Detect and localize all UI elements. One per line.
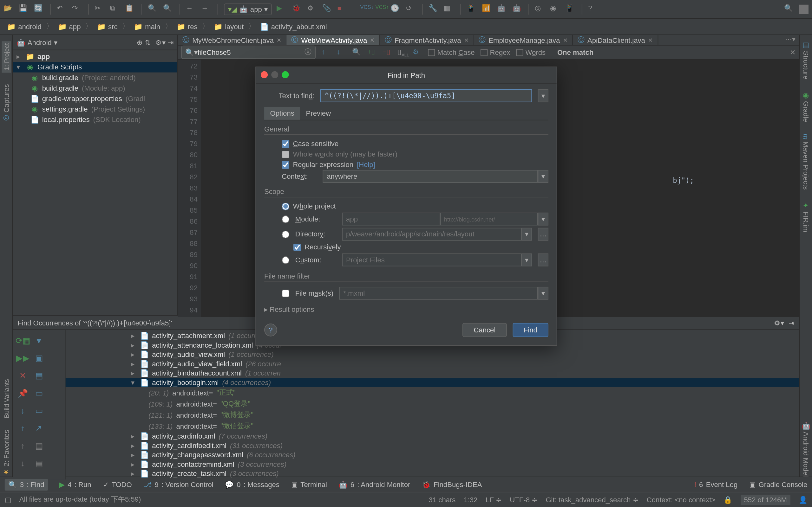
tw-messages[interactable]: 💬 0: Messages (225, 481, 279, 489)
tree-item[interactable]: ◉settings.gradle (Project Settings) (13, 104, 177, 114)
close-traffic-icon[interactable] (261, 71, 268, 78)
crumb[interactable]: 📁src (95, 21, 120, 32)
tab-captures[interactable]: ◎ Captures (2, 84, 10, 123)
editor-tab[interactable]: ⒸApiDataClient.java✕ (573, 35, 658, 45)
preview-icon[interactable]: ▤ (32, 455, 46, 471)
status-le[interactable]: LF ≑ (486, 496, 502, 504)
collapse-icon[interactable]: ↑ (15, 437, 30, 454)
editor-tab[interactable]: ⒸMyWebChromeClient.java✕ (177, 35, 287, 45)
group-icon[interactable]: ▣ (32, 350, 46, 366)
vcs-update-icon[interactable]: VCS↓ (360, 4, 370, 14)
tw-vcs[interactable]: ⎇ 9: Version Control (144, 481, 213, 489)
browse-icon[interactable]: … (538, 228, 548, 241)
next-icon[interactable]: ↓ (337, 48, 346, 57)
regex-help-link[interactable]: [Help] (357, 161, 375, 169)
pin-icon[interactable]: 📌 (15, 385, 30, 401)
undo-icon[interactable]: ↶ (57, 4, 67, 14)
editor-tab[interactable]: ⒸEmployeeManage.java✕ (474, 35, 573, 45)
help-icon[interactable]: ? (588, 4, 599, 14)
android-icon[interactable]: 🤖 (512, 4, 523, 14)
close-icon[interactable]: ✕ (464, 37, 469, 43)
clear-icon[interactable]: ⓧ (305, 47, 311, 57)
find-result-file[interactable]: ▾📄activity_bootlogin.xml (4 occurrences) (65, 378, 799, 387)
tw-findbugs[interactable]: 🐞 FindBugs-IDEA (422, 481, 482, 489)
paste-icon[interactable]: 📋 (125, 4, 136, 14)
tw-terminal[interactable]: ▣ Terminal (291, 481, 327, 489)
tree-item[interactable]: 📄local.properties (SDK Location) (13, 114, 177, 125)
tree-item[interactable]: 📄gradle-wrapper.properties (Gradl (13, 94, 177, 104)
tree-gradle-scripts[interactable]: ▾◉Gradle Scripts (13, 62, 177, 72)
tab-firim[interactable]: ✦ FIR.im (802, 201, 810, 232)
vcs-commit-icon[interactable]: VCS↑ (375, 4, 386, 14)
profile-icon[interactable]: ⚙ (307, 4, 317, 14)
search-field[interactable] (198, 48, 305, 56)
help-button[interactable]: ? (264, 324, 277, 337)
settings-icon[interactable]: 🔧 (428, 4, 439, 14)
lock-icon[interactable]: 🔒 (723, 496, 732, 504)
tw-run[interactable]: ▶ 4: Run (59, 481, 91, 489)
find-result-file[interactable]: ▸📄activity_contactremind.xml (3 occurren… (65, 460, 799, 469)
flat-icon[interactable]: ▤ (32, 367, 46, 384)
find-result-line[interactable]: (20: 1) android:text="正式" (65, 387, 799, 398)
text-to-find-input[interactable] (320, 89, 532, 102)
tab-gradle[interactable]: ◉ Gradle (802, 91, 810, 122)
sort-icon[interactable]: ▤ (32, 437, 46, 454)
gear-icon[interactable]: ⚙▾ (155, 38, 165, 47)
search-everywhere-icon[interactable]: 🔍 (784, 4, 795, 14)
regex-option[interactable]: Regex (480, 48, 510, 56)
plugin-icon[interactable]: ◎ (535, 4, 545, 14)
scope-whole-project[interactable]: Whole project (264, 201, 548, 211)
filter-icon[interactable]: ▼ (32, 332, 46, 349)
inspect-icon[interactable]: 👤 (799, 496, 808, 504)
cancel-button[interactable]: Cancel (462, 323, 507, 337)
status-mem[interactable]: 552 of 1246M (740, 494, 790, 505)
editor-tab[interactable]: ⒸWebViewActivity.java✕ (287, 35, 380, 45)
tw-android-monitor[interactable]: 🤖 6: Android Monitor (339, 481, 410, 489)
tw-event-log[interactable]: !6 Event Log (694, 481, 738, 489)
tab-structure[interactable]: ▤ Structure (802, 41, 810, 79)
tw-todo[interactable]: ✓ TODO (103, 481, 132, 489)
prev-icon[interactable]: ▭ (32, 385, 46, 401)
sdk-icon[interactable]: 📱 (467, 4, 477, 14)
flatten-icon[interactable]: ⇅ (145, 38, 151, 47)
search-input[interactable]: 🔍▾ ⓧ (181, 46, 316, 59)
down-icon[interactable]: ↓ (15, 402, 30, 419)
select-all-icon[interactable]: 🔍ALL (352, 48, 361, 57)
case-sensitive-option[interactable]: Case sensitive (264, 138, 548, 149)
close-search-icon[interactable]: ✕ (790, 48, 796, 56)
run-icon[interactable]: ▶ (276, 4, 287, 14)
stop-icon[interactable]: ■ (338, 4, 348, 14)
export-icon[interactable]: ↗ (32, 420, 46, 436)
forward-icon[interactable]: → (201, 4, 212, 14)
open-icon[interactable]: 📂 (3, 4, 14, 14)
tab-favorites[interactable]: ★ 2: Favorites (2, 430, 10, 476)
whole-words-option[interactable]: Whole words only (may be faster) (264, 149, 548, 159)
select-all-occ-icon[interactable]: ▯ALL (397, 48, 407, 57)
status-enc[interactable]: UTF-8 ≑ (510, 496, 537, 504)
recursively-option[interactable]: Recursively (264, 242, 548, 252)
minimize-traffic-icon[interactable] (271, 71, 278, 78)
find-result-file[interactable]: ▸📄activity_cardinfo.xml (7 occurrences) (65, 432, 799, 441)
run-icon[interactable]: ▶▶ (15, 350, 30, 366)
find-result-line[interactable]: (133: 1) android:text="微信登录" (65, 420, 799, 432)
history-dropdown-icon[interactable]: ▾ (538, 89, 548, 102)
close-icon[interactable]: ✕ (276, 37, 281, 43)
find-result-file[interactable]: ▸📄activity_create_task.xml (3 occurrence… (65, 469, 799, 478)
project-view-label[interactable]: Android (28, 38, 52, 47)
user-icon[interactable] (799, 4, 809, 14)
status-context[interactable]: Context: <no context> (647, 496, 715, 504)
prev-icon[interactable]: ↑ (322, 48, 331, 57)
find-result-file[interactable]: ▸📄activity_audio_view_field.xml (26 occu… (65, 359, 799, 369)
tw-gradle-console[interactable]: ▣ Gradle Console (749, 481, 807, 489)
tree-item[interactable]: ◉build.gradle (Project: android) (13, 72, 177, 83)
tab-preview[interactable]: Preview (300, 107, 337, 120)
regex-option[interactable]: Regular expression[Help] (264, 159, 548, 170)
status-pos[interactable]: 1:32 (464, 496, 477, 504)
redo-icon[interactable]: ↷ (72, 4, 83, 14)
crumb[interactable]: 📁app (55, 21, 83, 32)
crumb[interactable]: 📁res (174, 21, 200, 32)
history-icon[interactable]: 🕓 (391, 4, 401, 14)
stop-icon[interactable]: ✕ (15, 367, 30, 384)
section-result[interactable]: ▸ Result options (264, 305, 548, 315)
save-icon[interactable]: 💾 (19, 4, 29, 14)
